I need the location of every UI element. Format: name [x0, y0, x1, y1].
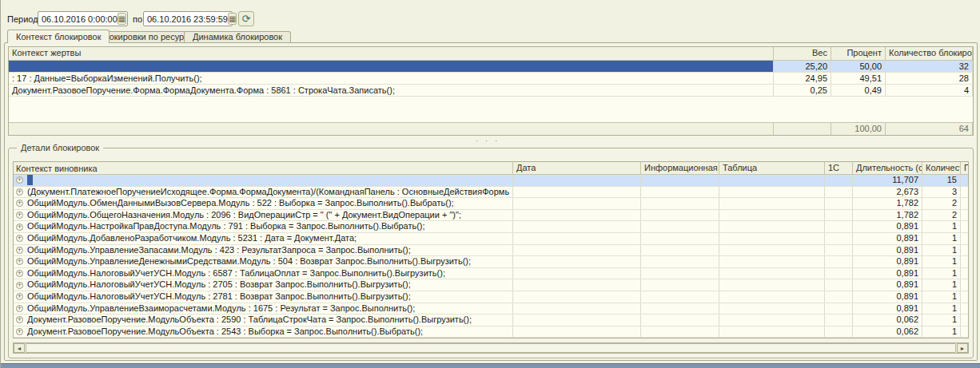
- details-table-row[interactable]: +ОбщийМодуль.УправлениеВзаиморасчетами.М…: [14, 303, 968, 315]
- onec-cell: [825, 221, 853, 232]
- column-header-1c: 1С: [825, 162, 853, 174]
- expand-icon[interactable]: +: [16, 212, 23, 219]
- percent-col-cell: [961, 198, 968, 209]
- date-from-field[interactable]: 06.10.2016 0:00:00 ▦: [38, 11, 128, 26]
- infobase-cell: [641, 326, 719, 338]
- date-to-value[interactable]: 06.10.2016 23:59:59: [147, 14, 228, 24]
- duration-cell: 0,891: [853, 221, 922, 232]
- column-header-table: Таблица: [719, 162, 825, 174]
- details-table-row[interactable]: +ОбщийМодуль.ОбменДаннымиВызовСервера.Мо…: [14, 198, 968, 210]
- selection-cursor: [27, 175, 33, 185]
- tablename-cell: [719, 233, 825, 244]
- culprit-context-cell: +ОбщийМодуль.НалоговыйУчетУСН.Модуль : 2…: [14, 279, 513, 291]
- expand-icon[interactable]: +: [16, 200, 23, 207]
- tab-lock-context[interactable]: Контекст блокировок: [7, 30, 110, 43]
- percent-col-cell: [961, 233, 968, 244]
- expand-icon[interactable]: +: [16, 235, 23, 242]
- details-table-row[interactable]: +Документ.РазовоеПоручение.МодульОбъекта…: [14, 315, 968, 326]
- infobase-cell: [641, 279, 719, 291]
- victims-table-row[interactable]: 25,2050,0032: [9, 61, 973, 73]
- expand-icon[interactable]: +: [16, 270, 23, 277]
- calendar-icon: ▦: [229, 14, 236, 23]
- calendar-to-button[interactable]: ▦: [228, 13, 237, 25]
- victims-table-empty-area: [9, 97, 973, 122]
- details-table-row[interactable]: +ОбщийМодуль.НалоговыйУчетУСН.Модуль : 2…: [14, 291, 968, 303]
- culprit-context-cell: +ОбщийМодуль.НалоговыйУчетУСН.Модуль : 2…: [14, 291, 513, 303]
- expand-icon[interactable]: +: [16, 293, 23, 300]
- details-groupbox: Детали блокировок Контекст виновника Дат…: [8, 148, 974, 358]
- calendar-from-button[interactable]: ▦: [118, 13, 126, 25]
- infobase-cell: [641, 315, 719, 326]
- details-table-row[interactable]: +ОбщийМодуль.НалоговыйУчетУСН.Модуль : 6…: [14, 268, 968, 280]
- expand-icon[interactable]: +: [16, 305, 23, 312]
- victims-table-row[interactable]: : 17 : Данные=ВыборкаИзменений.Получить(…: [9, 73, 973, 85]
- infobase-cell: [641, 175, 719, 186]
- culprit-context-cell: +ОбщийМодуль.УправлениеДенежнымиСредства…: [14, 256, 513, 267]
- culprit-context-cell: +ОбщийМодуль.ДобавленоРазработчиком.Моду…: [14, 233, 513, 244]
- expand-icon[interactable]: +: [16, 282, 23, 289]
- weight-cell: 25,20: [774, 61, 831, 72]
- culprit-context-text: ОбщийМодуль.ОбменДаннымиВызовСервера.Мод…: [27, 198, 454, 209]
- column-header-percent-truncated: П: [961, 162, 968, 174]
- infobase-cell: [641, 256, 719, 267]
- duration-cell: 0,891: [853, 291, 922, 303]
- culprit-context-cell: +Документ.РазовоеПоручение.МодульОбъекта…: [14, 326, 513, 338]
- quantity-cell: 1: [922, 268, 961, 279]
- details-table-row[interactable]: +ОбщийМодуль.ДобавленоРазработчиком.Моду…: [14, 233, 968, 245]
- details-table-row[interactable]: +ОбщийМодуль.НалоговыйУчетУСН.Модуль : 2…: [14, 279, 968, 291]
- infobase-cell: [641, 198, 719, 209]
- tablename-cell: [719, 256, 825, 267]
- quantity-cell: 1: [922, 326, 961, 338]
- culprit-context-cell: +ОбщийМодуль.НалоговыйУчетУСН.Модуль : 6…: [14, 268, 513, 279]
- victim-context-cell: : 17 : Данные=ВыборкаИзменений.Получить(…: [9, 73, 774, 84]
- totals-percent-cell: 100,00: [831, 123, 886, 135]
- details-table-row[interactable]: +Документ.РазовоеПоручение.МодульОбъекта…: [14, 326, 968, 338]
- date-cell: [513, 279, 641, 291]
- refresh-button[interactable]: ⟳: [238, 11, 254, 26]
- tab-lock-dynamics[interactable]: Динамика блокировок: [184, 31, 291, 42]
- h-scrollbar[interactable]: ◄ ►: [13, 342, 969, 354]
- percent-col-cell: [961, 326, 968, 338]
- culprit-context-text: ОбщийМодуль.ДобавленоРазработчиком.Модул…: [27, 233, 357, 244]
- expand-icon[interactable]: +: [16, 224, 23, 231]
- expand-icon[interactable]: +: [16, 188, 23, 196]
- expand-icon[interactable]: +: [16, 328, 23, 335]
- tablename-cell: [719, 187, 825, 198]
- date-cell: [513, 198, 641, 209]
- splitter-handle[interactable]: · · ·: [5, 137, 970, 144]
- expand-icon[interactable]: +: [16, 247, 23, 254]
- expand-icon[interactable]: +: [16, 316, 23, 323]
- details-table-row[interactable]: +11,70715: [14, 175, 968, 187]
- onec-cell: [825, 256, 853, 267]
- date-to-field[interactable]: 06.10.2016 23:59:59 ▦: [143, 11, 233, 26]
- totals-count-cell: 64: [886, 123, 973, 135]
- culprit-context-cell: +ОбщийМодуль.ОбменДаннымиВызовСервера.Мо…: [14, 198, 513, 209]
- scroll-thumb[interactable]: [26, 343, 956, 353]
- infobase-cell: [641, 291, 719, 303]
- infobase-cell: [641, 187, 719, 198]
- details-table-row[interactable]: +(Документ.ПлатежноеПоручениеИсходящее.Ф…: [14, 187, 968, 199]
- details-table-row[interactable]: +ОбщийМодуль.ОбщегоНазначения.Модуль : 2…: [14, 210, 968, 222]
- duration-cell: 0,062: [853, 315, 922, 326]
- infobase-cell: [641, 245, 719, 256]
- culprit-context-text: ОбщийМодуль.НастройкаПравДоступа.Модуль …: [27, 221, 425, 232]
- scroll-right-button[interactable]: ►: [957, 343, 968, 353]
- column-header-date: Дата: [513, 162, 641, 174]
- quantity-cell: 1: [922, 233, 961, 244]
- details-table-row[interactable]: +ОбщийМодуль.УправлениеДенежнымиСредства…: [14, 256, 968, 268]
- percent-col-cell: [961, 303, 968, 315]
- date-cell: [513, 221, 641, 232]
- tablename-cell: [719, 291, 825, 303]
- quantity-cell: 1: [922, 291, 961, 303]
- expand-icon[interactable]: +: [16, 258, 23, 265]
- scroll-left-button[interactable]: ◄: [14, 343, 25, 353]
- percent-col-cell: [961, 315, 968, 326]
- quantity-cell: 15: [922, 175, 961, 186]
- details-table-row[interactable]: +ОбщийМодуль.УправлениеЗапасами.Модуль :…: [14, 245, 968, 257]
- victims-table-row[interactable]: Документ.РазовоеПоручение.Форма.ФормаДок…: [9, 85, 973, 97]
- date-from-value[interactable]: 06.10.2016 0:00:00: [42, 14, 118, 24]
- details-table: Контекст виновника Дата Информационная б…: [13, 161, 969, 338]
- culprit-context-cell: +ОбщийМодуль.НастройкаПравДоступа.Модуль…: [14, 221, 513, 232]
- expand-icon[interactable]: +: [16, 176, 23, 184]
- details-table-row[interactable]: +ОбщийМодуль.НастройкаПравДоступа.Модуль…: [14, 221, 968, 233]
